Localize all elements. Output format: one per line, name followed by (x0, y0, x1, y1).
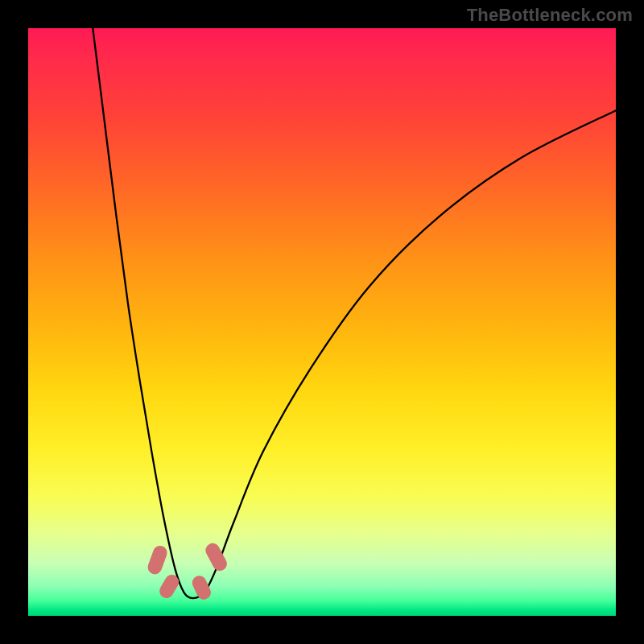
curve-layer (28, 28, 616, 616)
chart-frame: TheBottleneck.com (0, 0, 644, 644)
watermark-text: TheBottleneck.com (467, 5, 633, 26)
plot-area (28, 28, 616, 616)
marker-left-upper (146, 544, 169, 576)
bottleneck-curve (93, 28, 616, 598)
curve-markers (146, 541, 229, 602)
